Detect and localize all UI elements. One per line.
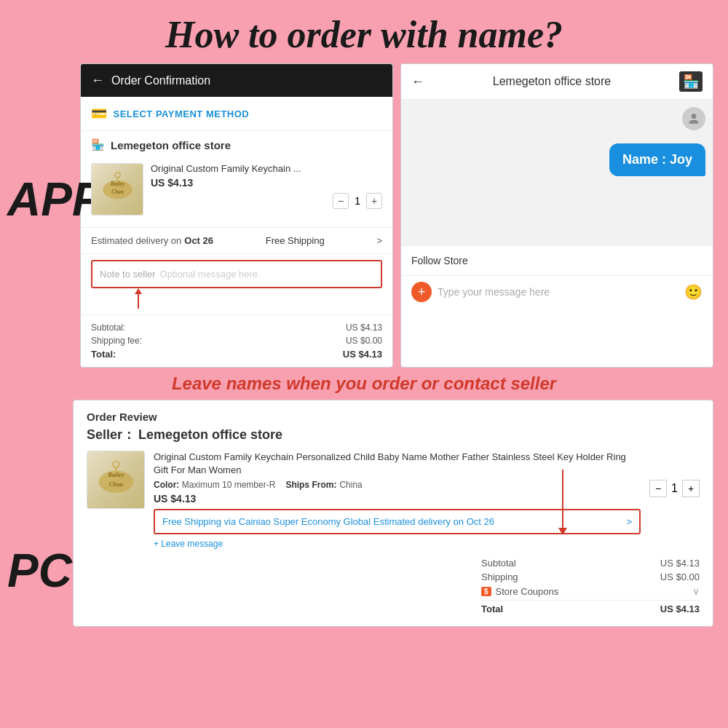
pc-total-label: Total — [481, 604, 503, 614]
app-label: APP — [7, 173, 103, 226]
coupon-label: Store Coupons — [496, 586, 559, 597]
free-shipping-label: Free Shipping — [266, 235, 325, 246]
coupon-chevron-down[interactable]: ∨ — [692, 585, 700, 597]
note-seller-wrapper: Note to seller Optional message here — [81, 254, 392, 315]
pc-product-image: Bailey Chan — [87, 451, 145, 509]
product-price: US $4.13 — [151, 177, 382, 189]
message-header: ← Lemegeton office store 🏪 — [401, 64, 713, 100]
delivery-arrow: > — [376, 235, 382, 246]
subtotal-value: US $4.13 — [346, 323, 382, 333]
svg-text:Bailey: Bailey — [109, 181, 124, 187]
pc-order-section: Order Review Seller： Lemegeton office st… — [73, 400, 713, 627]
store-icon: 🏪 — [91, 138, 105, 151]
pc-subtotal-value: US $4.13 — [660, 558, 700, 569]
shipping-text: Free Shipping via Cainiao Super Economy … — [162, 516, 494, 527]
product-image: Bailey Chan — [91, 163, 143, 215]
message-shop-icon: 🏪 — [679, 71, 703, 92]
pc-shipping-label: Shipping — [481, 571, 518, 582]
pc-quantity-value: 1 — [671, 482, 678, 495]
follow-store-label: Follow Store — [411, 255, 468, 266]
pc-product-title: Original Custom Family Keychain Personal… — [154, 451, 641, 477]
delivery-label: Estimated delivery on — [91, 235, 181, 246]
total-label: Total: — [91, 349, 116, 360]
svg-point-3 — [114, 172, 119, 177]
pc-product-meta: Color: Maximum 10 member-R Ships From: C… — [154, 480, 641, 490]
follow-store-row[interactable]: Follow Store — [401, 245, 713, 275]
payment-label: SELECT PAYMENT METHOD — [114, 108, 250, 119]
user-avatar — [682, 107, 705, 130]
svg-point-5 — [692, 114, 697, 119]
app-message-panel: ← Lemegeton office store 🏪 Name : Joy F — [400, 63, 713, 368]
note-seller-placeholder: Optional message here — [160, 269, 258, 280]
payment-icon: 💳 — [91, 106, 108, 122]
emoji-icon[interactable]: 🙂 — [684, 283, 703, 301]
name-message-bubble: Name : Joy — [609, 143, 705, 176]
note-seller-box[interactable]: Note to seller Optional message here — [91, 260, 382, 288]
subtotal-label: Subtotal: — [91, 323, 125, 333]
product-row: Bailey Chan Original Custom Family Keych… — [91, 159, 382, 220]
product-title: Original Custom Family Keychain ... — [151, 163, 382, 174]
ships-from-value: China — [339, 480, 362, 490]
back-arrow-icon[interactable]: ← — [91, 73, 104, 88]
message-store-title: Lemegeton office store — [493, 75, 611, 88]
shipping-fee-row: Shipping fee: US $0.00 — [91, 334, 382, 347]
main-title: How to order with name? — [0, 0, 728, 63]
svg-point-9 — [113, 461, 119, 467]
totals-section: Subtotal: US $4.13 Shipping fee: US $0.0… — [81, 315, 392, 367]
store-name-row: 🏪 Lemegeton office store — [91, 138, 382, 151]
shipping-chevron: > — [627, 516, 633, 527]
product-info: Original Custom Family Keychain ... US $… — [151, 163, 382, 209]
pc-quantity-controls: − 1 + — [649, 480, 700, 497]
quantity-row: − 1 + — [151, 193, 382, 209]
order-confirmation-title: Order Confirmation — [111, 74, 210, 87]
shipping-fee-value: US $0.00 — [346, 336, 382, 346]
message-input-placeholder[interactable]: Type your message here — [438, 286, 678, 298]
note-seller-label: Note to seller — [100, 269, 156, 280]
subtotal-row: Subtotal: US $4.13 — [91, 321, 382, 334]
svg-text:Bailey: Bailey — [107, 471, 124, 478]
pc-product-details: Original Custom Family Keychain Personal… — [154, 451, 641, 549]
pc-qty-plus[interactable]: + — [682, 480, 700, 497]
qty-minus-button[interactable]: − — [333, 193, 349, 209]
pc-product-row: Bailey Chan Original Custom Family Keych… — [87, 451, 700, 549]
middle-instruction-label: Leave names when you order or contact se… — [73, 368, 655, 400]
pc-keychain-svg: Bailey Chan — [92, 456, 140, 504]
pc-shipping-row: Shipping US $0.00 — [481, 570, 700, 584]
shipping-box-highlighted[interactable]: Free Shipping via Cainiao Super Economy … — [154, 509, 641, 534]
order-confirmation-header: ← Order Confirmation — [81, 64, 392, 97]
pc-arrow-annotation — [558, 470, 567, 535]
seller-label: Seller： — [87, 427, 135, 442]
store-section: 🏪 Lemegeton office store Bailey Chan — [81, 131, 392, 228]
chat-area: Name : Joy — [401, 100, 713, 245]
store-coupon-row[interactable]: $ Store Coupons ∨ — [481, 584, 700, 598]
add-button[interactable]: + — [411, 282, 432, 302]
delivery-row: Estimated delivery on Oct 26 Free Shippi… — [81, 228, 392, 254]
pc-total-value: US $4.13 — [660, 604, 700, 614]
leave-message-link[interactable]: + Leave message — [154, 539, 641, 549]
pc-product-price: US $4.13 — [154, 493, 641, 505]
store-name: Lemegeton office store — [111, 139, 231, 151]
message-back-arrow[interactable]: ← — [411, 74, 424, 90]
keychain-svg: Bailey Chan — [98, 170, 138, 210]
pc-subtotal-row: Subtotal US $4.13 — [481, 556, 700, 570]
ships-from-label: Ships From: — [285, 480, 336, 490]
pc-subtotal-label: Subtotal — [481, 558, 516, 569]
pc-label: PC — [7, 544, 72, 598]
quantity-value: 1 — [355, 195, 360, 207]
svg-text:Chan: Chan — [108, 480, 123, 488]
total-value: US $4.13 — [343, 349, 382, 360]
payment-method-row[interactable]: 💳 SELECT PAYMENT METHOD — [81, 97, 392, 131]
shipping-fee-label: Shipping fee: — [91, 336, 142, 346]
pc-total-final-row: Total US $4.13 — [481, 600, 700, 616]
seller-name: Lemegeton office store — [138, 427, 282, 442]
pc-qty-minus[interactable]: − — [649, 480, 667, 497]
svg-text:Chan: Chan — [111, 189, 124, 195]
message-input-row[interactable]: + Type your message here 🙂 — [401, 275, 713, 308]
pc-totals: Subtotal US $4.13 Shipping US $0.00 $ St… — [87, 556, 700, 616]
coupon-badge: $ — [481, 587, 491, 596]
delivery-date: Oct 26 — [184, 235, 213, 246]
color-value: Maximum 10 member-R — [182, 480, 276, 490]
seller-row: Seller： Lemegeton office store — [87, 426, 700, 443]
color-label: Color: — [154, 480, 179, 490]
qty-plus-button[interactable]: + — [366, 193, 382, 209]
